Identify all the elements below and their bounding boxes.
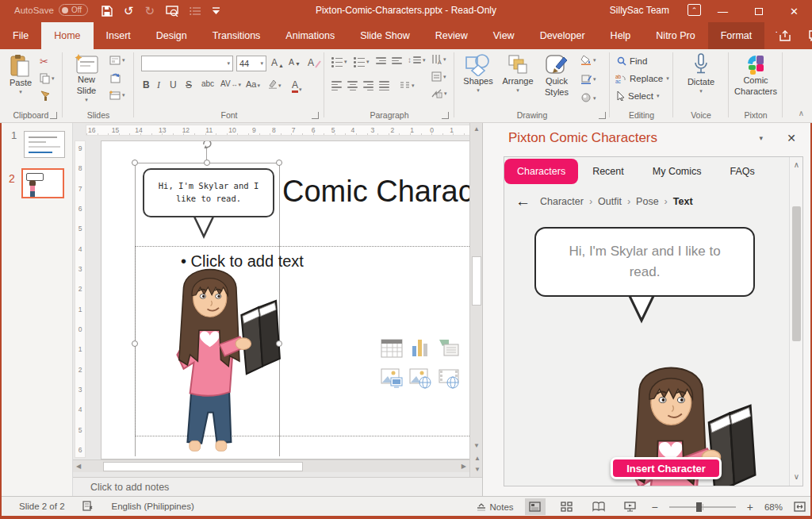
shrink-font-icon[interactable]: A▼: [289, 57, 301, 67]
zoom-in-button[interactable]: +: [747, 501, 753, 513]
slide-title-text[interactable]: Comic Characte: [282, 175, 482, 209]
cut-icon[interactable]: ✂: [40, 56, 48, 67]
strikethrough-button[interactable]: S: [186, 79, 192, 90]
comic-characters-button[interactable]: Comic Characters: [733, 53, 779, 98]
ribbon-tab[interactable]: Slide Show: [347, 22, 423, 49]
insert-pictures-icon[interactable]: [381, 368, 403, 389]
pane-scrollbar[interactable]: ∧ ∨: [789, 157, 802, 486]
font-size-combo[interactable]: 44▾: [236, 56, 266, 71]
ribbon-tab[interactable]: Design: [144, 22, 200, 49]
pane-scroll-down-icon[interactable]: ∨: [790, 472, 803, 481]
shape-effects-icon[interactable]: ▾: [580, 93, 596, 103]
insert-smartart-icon[interactable]: [438, 338, 460, 359]
text-shadow-button[interactable]: abc: [201, 79, 214, 88]
ribbon-tab[interactable]: Help: [598, 22, 644, 49]
decrease-indent-icon[interactable]: [376, 57, 386, 64]
pane-options-caret-icon[interactable]: ▾: [759, 134, 763, 142]
ribbon-display-options-icon[interactable]: ⌃: [688, 4, 701, 16]
comic-character-image[interactable]: [145, 254, 286, 459]
next-slide-button[interactable]: ▼: [470, 466, 482, 473]
ribbon-tab[interactable]: File: [0, 22, 41, 49]
format-painter-icon[interactable]: [40, 90, 51, 101]
grow-font-icon[interactable]: A▲: [271, 57, 284, 68]
increase-indent-icon[interactable]: [392, 57, 402, 64]
italic-button[interactable]: I: [157, 79, 160, 91]
ribbon-tab[interactable]: Transitions: [200, 22, 274, 49]
horizontal-scrollbar[interactable]: ◀ ▶: [73, 459, 469, 472]
underline-button[interactable]: U: [170, 79, 177, 90]
slide-speech-bubble[interactable]: Hi, I'm Skylar and I like to read.: [143, 168, 274, 217]
align-right-icon[interactable]: [363, 81, 373, 90]
vertical-scrollbar[interactable]: ▲ ▼ ▲ ▼: [469, 123, 482, 477]
customize-qat-icon[interactable]: [213, 7, 220, 15]
back-arrow-icon[interactable]: ←: [515, 194, 530, 209]
font-color-icon[interactable]: A▾: [292, 79, 302, 93]
ribbon-tab[interactable]: Nitro Pro: [643, 22, 707, 49]
clear-formatting-icon[interactable]: A: [308, 57, 321, 68]
reading-view-button[interactable]: [588, 498, 609, 515]
account-name[interactable]: SillySac Team: [610, 5, 669, 16]
bold-button[interactable]: B: [143, 79, 150, 90]
maximize-button[interactable]: [741, 0, 776, 22]
breadcrumb-item[interactable]: Text: [673, 196, 693, 207]
shapes-button[interactable]: Shapes ▾: [462, 54, 495, 94]
ribbon-tab[interactable]: Developer: [527, 22, 598, 49]
find-button[interactable]: Find: [617, 56, 647, 66]
copy-icon[interactable]: ▾: [40, 73, 55, 84]
handle-top-left[interactable]: [132, 160, 138, 166]
new-slide-button[interactable]: New Slide ▾: [68, 54, 105, 103]
fit-to-window-icon[interactable]: [794, 502, 806, 512]
pixton-tab[interactable]: FAQs: [716, 159, 769, 184]
ribbon-tab[interactable]: Animations: [273, 22, 347, 49]
insert-chart-icon[interactable]: [409, 338, 431, 359]
scroll-up-icon[interactable]: ▲: [470, 125, 482, 133]
pixton-tab[interactable]: Recent: [578, 159, 638, 184]
pane-scroll-thumb[interactable]: [792, 206, 801, 341]
paragraph-dialog-launcher[interactable]: [442, 112, 449, 119]
slide-counter[interactable]: Slide 2 of 2: [19, 502, 65, 511]
pane-scroll-up-icon[interactable]: ∧: [790, 160, 803, 169]
pixton-tab[interactable]: My Comics: [638, 159, 716, 184]
spell-check-icon[interactable]: [82, 501, 94, 511]
ribbon-tab[interactable]: Format: [708, 22, 765, 49]
rotation-handle[interactable]: [201, 141, 213, 149]
zoom-level[interactable]: 68%: [764, 502, 783, 512]
vertical-scroll-thumb[interactable]: [472, 256, 481, 306]
minimize-button[interactable]: —: [705, 0, 741, 22]
slide-2-thumbnail[interactable]: [21, 168, 64, 198]
ribbon-tab[interactable]: Insert: [94, 22, 144, 49]
handle-top-right[interactable]: [276, 160, 282, 166]
slide-1-thumbnail[interactable]: [24, 131, 65, 158]
quick-styles-button[interactable]: Quick Styles: [539, 54, 574, 98]
reset-slide-icon[interactable]: [109, 73, 121, 83]
slide-sorter-view-button[interactable]: [557, 498, 577, 515]
previous-slide-button[interactable]: ▲: [470, 455, 482, 462]
character-spacing-icon[interactable]: AV↔▾: [220, 79, 241, 88]
numbered-list-icon[interactable]: [190, 6, 201, 16]
handle-mid-right[interactable]: [276, 340, 282, 347]
dictate-button[interactable]: Dictate ▾: [684, 53, 718, 95]
justify-icon[interactable]: [379, 81, 389, 90]
font-dialog-launcher[interactable]: [312, 112, 319, 119]
scroll-left-icon[interactable]: ◀: [76, 463, 81, 470]
insert-video-icon[interactable]: [438, 368, 460, 389]
redo-icon[interactable]: ↻: [145, 4, 155, 18]
notes-toggle[interactable]: Notes: [477, 502, 514, 512]
share-icon[interactable]: [779, 30, 791, 42]
pixton-tab[interactable]: Characters: [504, 159, 578, 184]
layout-icon[interactable]: ▾: [109, 56, 125, 65]
pane-close-icon[interactable]: ✕: [787, 132, 796, 144]
clipboard-dialog-launcher[interactable]: [50, 112, 57, 119]
align-center-icon[interactable]: [347, 81, 358, 90]
highlight-color-icon[interactable]: ▾: [268, 79, 282, 89]
language-indicator[interactable]: English (Philippines): [112, 502, 194, 511]
align-left-icon[interactable]: [331, 81, 342, 90]
ribbon-tab[interactable]: Review: [423, 22, 481, 49]
slide-canvas[interactable]: Hi, I'm Skylar and I like to read. Comic…: [102, 141, 482, 459]
ribbon-tab[interactable]: Home: [41, 22, 93, 49]
font-name-combo[interactable]: ▾: [141, 56, 233, 71]
drawing-dialog-launcher[interactable]: [599, 112, 606, 119]
arrange-button[interactable]: Arrange ▾: [500, 54, 536, 94]
insert-table-icon[interactable]: [381, 338, 403, 359]
replace-button[interactable]: abac Replace▾: [615, 74, 669, 83]
